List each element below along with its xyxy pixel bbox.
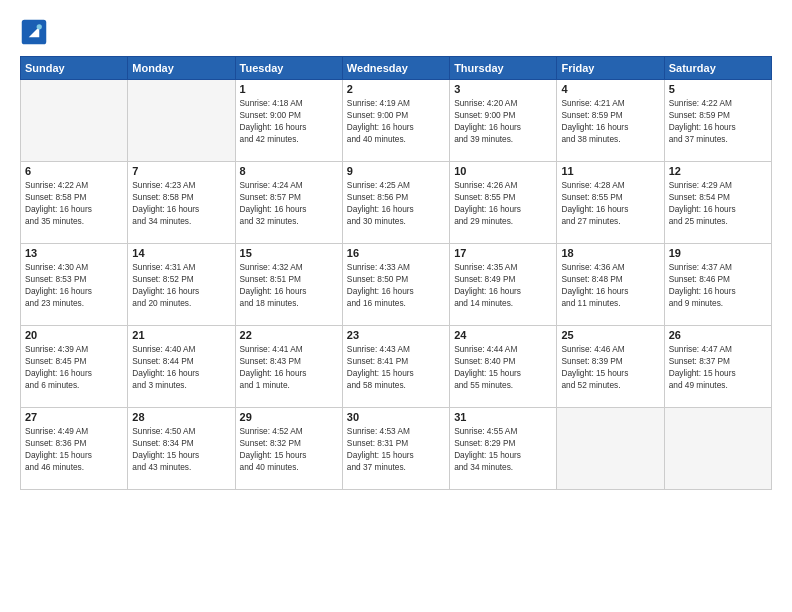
calendar-cell: 25Sunrise: 4:46 AM Sunset: 8:39 PM Dayli…	[557, 326, 664, 408]
calendar-cell: 29Sunrise: 4:52 AM Sunset: 8:32 PM Dayli…	[235, 408, 342, 490]
logo-icon	[20, 18, 48, 46]
day-info: Sunrise: 4:21 AM Sunset: 8:59 PM Dayligh…	[561, 97, 659, 145]
calendar-cell: 27Sunrise: 4:49 AM Sunset: 8:36 PM Dayli…	[21, 408, 128, 490]
calendar-cell: 26Sunrise: 4:47 AM Sunset: 8:37 PM Dayli…	[664, 326, 771, 408]
calendar-cell: 12Sunrise: 4:29 AM Sunset: 8:54 PM Dayli…	[664, 162, 771, 244]
day-info: Sunrise: 4:29 AM Sunset: 8:54 PM Dayligh…	[669, 179, 767, 227]
weekday-header-monday: Monday	[128, 57, 235, 80]
day-number: 15	[240, 247, 338, 259]
day-info: Sunrise: 4:23 AM Sunset: 8:58 PM Dayligh…	[132, 179, 230, 227]
weekday-header-tuesday: Tuesday	[235, 57, 342, 80]
day-number: 13	[25, 247, 123, 259]
calendar-cell: 21Sunrise: 4:40 AM Sunset: 8:44 PM Dayli…	[128, 326, 235, 408]
week-row-3: 13Sunrise: 4:30 AM Sunset: 8:53 PM Dayli…	[21, 244, 772, 326]
day-number: 14	[132, 247, 230, 259]
day-info: Sunrise: 4:40 AM Sunset: 8:44 PM Dayligh…	[132, 343, 230, 391]
day-info: Sunrise: 4:41 AM Sunset: 8:43 PM Dayligh…	[240, 343, 338, 391]
day-number: 27	[25, 411, 123, 423]
day-number: 26	[669, 329, 767, 341]
calendar-cell	[128, 80, 235, 162]
calendar-cell: 1Sunrise: 4:18 AM Sunset: 9:00 PM Daylig…	[235, 80, 342, 162]
weekday-header-saturday: Saturday	[664, 57, 771, 80]
calendar-cell: 3Sunrise: 4:20 AM Sunset: 9:00 PM Daylig…	[450, 80, 557, 162]
day-info: Sunrise: 4:22 AM Sunset: 8:59 PM Dayligh…	[669, 97, 767, 145]
day-number: 18	[561, 247, 659, 259]
weekday-header-thursday: Thursday	[450, 57, 557, 80]
day-number: 28	[132, 411, 230, 423]
day-number: 5	[669, 83, 767, 95]
calendar-cell: 28Sunrise: 4:50 AM Sunset: 8:34 PM Dayli…	[128, 408, 235, 490]
day-info: Sunrise: 4:53 AM Sunset: 8:31 PM Dayligh…	[347, 425, 445, 473]
day-number: 8	[240, 165, 338, 177]
day-number: 24	[454, 329, 552, 341]
weekday-header-friday: Friday	[557, 57, 664, 80]
calendar-cell: 10Sunrise: 4:26 AM Sunset: 8:55 PM Dayli…	[450, 162, 557, 244]
calendar-cell: 6Sunrise: 4:22 AM Sunset: 8:58 PM Daylig…	[21, 162, 128, 244]
calendar-cell: 5Sunrise: 4:22 AM Sunset: 8:59 PM Daylig…	[664, 80, 771, 162]
day-number: 21	[132, 329, 230, 341]
calendar-cell: 23Sunrise: 4:43 AM Sunset: 8:41 PM Dayli…	[342, 326, 449, 408]
day-info: Sunrise: 4:24 AM Sunset: 8:57 PM Dayligh…	[240, 179, 338, 227]
day-number: 2	[347, 83, 445, 95]
day-number: 23	[347, 329, 445, 341]
day-info: Sunrise: 4:49 AM Sunset: 8:36 PM Dayligh…	[25, 425, 123, 473]
day-info: Sunrise: 4:28 AM Sunset: 8:55 PM Dayligh…	[561, 179, 659, 227]
calendar-cell: 15Sunrise: 4:32 AM Sunset: 8:51 PM Dayli…	[235, 244, 342, 326]
logo	[20, 18, 52, 46]
day-info: Sunrise: 4:44 AM Sunset: 8:40 PM Dayligh…	[454, 343, 552, 391]
calendar-cell: 7Sunrise: 4:23 AM Sunset: 8:58 PM Daylig…	[128, 162, 235, 244]
day-info: Sunrise: 4:55 AM Sunset: 8:29 PM Dayligh…	[454, 425, 552, 473]
day-info: Sunrise: 4:30 AM Sunset: 8:53 PM Dayligh…	[25, 261, 123, 309]
day-number: 1	[240, 83, 338, 95]
day-info: Sunrise: 4:52 AM Sunset: 8:32 PM Dayligh…	[240, 425, 338, 473]
day-info: Sunrise: 4:36 AM Sunset: 8:48 PM Dayligh…	[561, 261, 659, 309]
day-info: Sunrise: 4:22 AM Sunset: 8:58 PM Dayligh…	[25, 179, 123, 227]
day-info: Sunrise: 4:18 AM Sunset: 9:00 PM Dayligh…	[240, 97, 338, 145]
day-info: Sunrise: 4:32 AM Sunset: 8:51 PM Dayligh…	[240, 261, 338, 309]
calendar-table: SundayMondayTuesdayWednesdayThursdayFrid…	[20, 56, 772, 490]
calendar-cell: 13Sunrise: 4:30 AM Sunset: 8:53 PM Dayli…	[21, 244, 128, 326]
calendar-cell: 16Sunrise: 4:33 AM Sunset: 8:50 PM Dayli…	[342, 244, 449, 326]
day-info: Sunrise: 4:37 AM Sunset: 8:46 PM Dayligh…	[669, 261, 767, 309]
calendar-cell: 2Sunrise: 4:19 AM Sunset: 9:00 PM Daylig…	[342, 80, 449, 162]
day-number: 19	[669, 247, 767, 259]
calendar-cell: 14Sunrise: 4:31 AM Sunset: 8:52 PM Dayli…	[128, 244, 235, 326]
day-info: Sunrise: 4:20 AM Sunset: 9:00 PM Dayligh…	[454, 97, 552, 145]
calendar-cell: 18Sunrise: 4:36 AM Sunset: 8:48 PM Dayli…	[557, 244, 664, 326]
week-row-2: 6Sunrise: 4:22 AM Sunset: 8:58 PM Daylig…	[21, 162, 772, 244]
day-info: Sunrise: 4:39 AM Sunset: 8:45 PM Dayligh…	[25, 343, 123, 391]
day-number: 16	[347, 247, 445, 259]
day-number: 29	[240, 411, 338, 423]
header	[20, 18, 772, 46]
weekday-header-wednesday: Wednesday	[342, 57, 449, 80]
calendar-cell: 8Sunrise: 4:24 AM Sunset: 8:57 PM Daylig…	[235, 162, 342, 244]
calendar-cell: 22Sunrise: 4:41 AM Sunset: 8:43 PM Dayli…	[235, 326, 342, 408]
day-info: Sunrise: 4:19 AM Sunset: 9:00 PM Dayligh…	[347, 97, 445, 145]
day-info: Sunrise: 4:50 AM Sunset: 8:34 PM Dayligh…	[132, 425, 230, 473]
day-info: Sunrise: 4:25 AM Sunset: 8:56 PM Dayligh…	[347, 179, 445, 227]
day-number: 17	[454, 247, 552, 259]
day-number: 6	[25, 165, 123, 177]
day-info: Sunrise: 4:33 AM Sunset: 8:50 PM Dayligh…	[347, 261, 445, 309]
day-info: Sunrise: 4:47 AM Sunset: 8:37 PM Dayligh…	[669, 343, 767, 391]
day-number: 4	[561, 83, 659, 95]
day-info: Sunrise: 4:46 AM Sunset: 8:39 PM Dayligh…	[561, 343, 659, 391]
calendar-page: SundayMondayTuesdayWednesdayThursdayFrid…	[0, 0, 792, 612]
day-info: Sunrise: 4:35 AM Sunset: 8:49 PM Dayligh…	[454, 261, 552, 309]
day-number: 9	[347, 165, 445, 177]
calendar-cell: 20Sunrise: 4:39 AM Sunset: 8:45 PM Dayli…	[21, 326, 128, 408]
calendar-cell: 9Sunrise: 4:25 AM Sunset: 8:56 PM Daylig…	[342, 162, 449, 244]
calendar-cell: 19Sunrise: 4:37 AM Sunset: 8:46 PM Dayli…	[664, 244, 771, 326]
day-number: 25	[561, 329, 659, 341]
day-number: 11	[561, 165, 659, 177]
day-number: 30	[347, 411, 445, 423]
day-info: Sunrise: 4:26 AM Sunset: 8:55 PM Dayligh…	[454, 179, 552, 227]
week-row-1: 1Sunrise: 4:18 AM Sunset: 9:00 PM Daylig…	[21, 80, 772, 162]
day-number: 12	[669, 165, 767, 177]
day-number: 20	[25, 329, 123, 341]
day-info: Sunrise: 4:43 AM Sunset: 8:41 PM Dayligh…	[347, 343, 445, 391]
day-number: 3	[454, 83, 552, 95]
calendar-cell: 4Sunrise: 4:21 AM Sunset: 8:59 PM Daylig…	[557, 80, 664, 162]
week-row-4: 20Sunrise: 4:39 AM Sunset: 8:45 PM Dayli…	[21, 326, 772, 408]
calendar-cell: 24Sunrise: 4:44 AM Sunset: 8:40 PM Dayli…	[450, 326, 557, 408]
